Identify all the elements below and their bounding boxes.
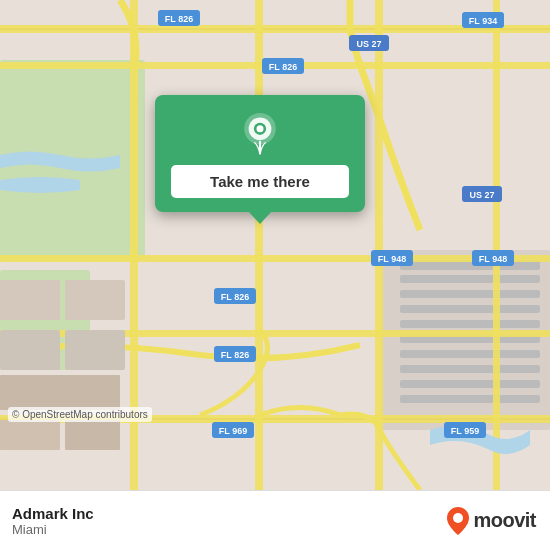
svg-rect-12 xyxy=(400,380,540,388)
svg-rect-23 xyxy=(375,0,383,490)
moovit-text: moovit xyxy=(473,509,536,532)
svg-rect-10 xyxy=(400,350,540,358)
svg-text:FL 826: FL 826 xyxy=(221,292,249,302)
svg-rect-5 xyxy=(400,275,540,283)
svg-text:FL 959: FL 959 xyxy=(451,426,479,436)
svg-rect-25 xyxy=(0,280,60,320)
location-name: Admark Inc xyxy=(12,505,94,522)
svg-text:US 27: US 27 xyxy=(469,190,494,200)
svg-rect-26 xyxy=(0,330,60,370)
moovit-pin-icon xyxy=(447,507,469,535)
location-pin-icon xyxy=(239,113,281,155)
location-city: Miami xyxy=(12,522,94,537)
svg-text:FL 948: FL 948 xyxy=(378,254,406,264)
moovit-logo[interactable]: moovit xyxy=(447,507,536,535)
svg-point-58 xyxy=(453,513,463,523)
svg-rect-24 xyxy=(493,0,500,490)
svg-rect-28 xyxy=(65,330,125,370)
svg-text:FL 826: FL 826 xyxy=(165,14,193,24)
svg-rect-29 xyxy=(0,375,120,410)
svg-text:US 27: US 27 xyxy=(356,39,381,49)
svg-rect-11 xyxy=(400,365,540,373)
svg-text:FL 934: FL 934 xyxy=(469,16,497,26)
location-card: Take me there xyxy=(155,95,365,212)
osm-attribution: © OpenStreetMap contributors xyxy=(8,407,152,422)
svg-rect-31 xyxy=(65,420,120,450)
bottom-bar: Admark Inc Miami moovit xyxy=(0,490,550,550)
svg-rect-13 xyxy=(400,395,540,403)
svg-rect-7 xyxy=(400,305,540,313)
svg-rect-17 xyxy=(0,255,550,262)
svg-text:FL 969: FL 969 xyxy=(219,426,247,436)
svg-text:FL 948: FL 948 xyxy=(479,254,507,264)
svg-point-57 xyxy=(257,125,264,132)
location-info: Admark Inc Miami xyxy=(12,505,94,537)
svg-text:FL 826: FL 826 xyxy=(269,62,297,72)
svg-rect-27 xyxy=(65,280,125,320)
svg-rect-8 xyxy=(400,320,540,328)
svg-rect-30 xyxy=(0,420,60,450)
take-me-there-button[interactable]: Take me there xyxy=(171,165,349,198)
svg-text:FL 826: FL 826 xyxy=(221,350,249,360)
map-container: FL 826 FL 826 US 27 FL 934 US 27 FL 826 … xyxy=(0,0,550,490)
svg-rect-6 xyxy=(400,290,540,298)
